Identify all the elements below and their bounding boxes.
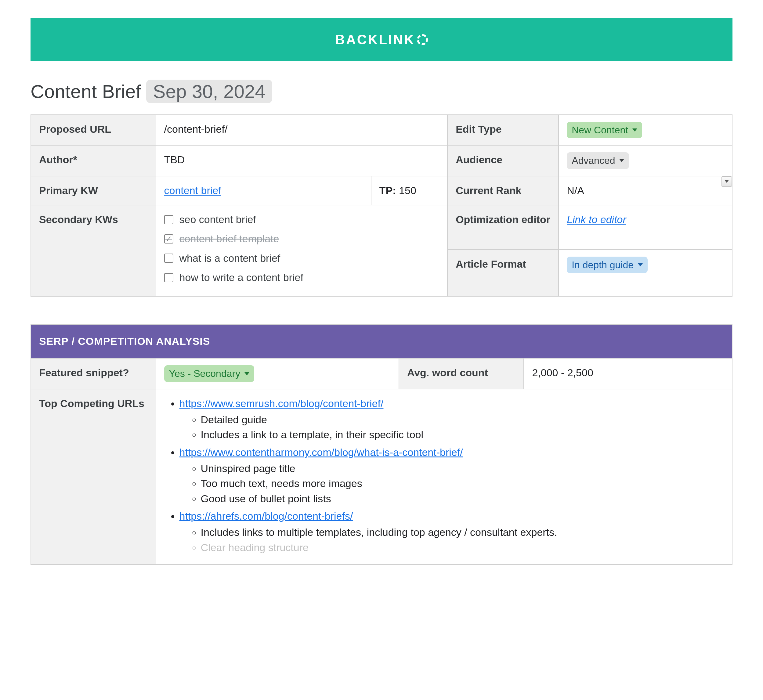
article-format-value: In depth guide bbox=[572, 258, 633, 272]
serp-table: Featured snippet? Yes - Secondary Avg. w… bbox=[31, 358, 732, 564]
edit-type-value: New Content bbox=[572, 123, 628, 137]
secondary-kw-item[interactable]: what is a content brief bbox=[164, 251, 439, 266]
value-avg-word-count: 2,000 - 2,500 bbox=[524, 358, 732, 389]
checkbox-icon[interactable] bbox=[164, 234, 174, 244]
label-audience: Audience bbox=[447, 145, 558, 176]
cell-audience: Advanced bbox=[558, 145, 732, 176]
audience-chip[interactable]: Advanced bbox=[567, 152, 629, 169]
competitor-notes: Uninspired page titleToo much text, need… bbox=[180, 461, 724, 506]
cell-article-format: In depth guide bbox=[558, 250, 732, 297]
secondary-kw-text: seo content brief bbox=[180, 212, 256, 227]
checkbox-icon[interactable] bbox=[164, 215, 174, 224]
competitor-item: https://www.contentharmony.com/blog/what… bbox=[180, 445, 724, 506]
competitor-list: https://www.semrush.com/blog/content-bri… bbox=[164, 396, 724, 555]
cell-featured-snippet: Yes - Secondary bbox=[156, 358, 399, 389]
chevron-down-icon bbox=[619, 159, 624, 162]
brand-logo: BACKLINK bbox=[335, 30, 428, 50]
competitor-notes: Includes links to multiple templates, in… bbox=[180, 525, 724, 555]
secondary-kw-item[interactable]: content brief template bbox=[164, 231, 439, 246]
label-author: Author* bbox=[31, 145, 156, 176]
checkbox-icon[interactable] bbox=[164, 273, 174, 282]
competitor-url-link[interactable]: https://ahrefs.com/blog/content-briefs/ bbox=[180, 510, 353, 522]
competitor-note: Includes links to multiple templates, in… bbox=[201, 525, 724, 540]
tp-label: TP: bbox=[379, 184, 396, 196]
secondary-kw-text: what is a content brief bbox=[180, 251, 280, 266]
label-primary-kw: Primary KW bbox=[31, 176, 156, 205]
edit-type-chip[interactable]: New Content bbox=[567, 122, 642, 138]
cell-top-competing-urls: https://www.semrush.com/blog/content-bri… bbox=[156, 389, 732, 564]
label-avg-word-count: Avg. word count bbox=[399, 358, 524, 389]
value-author: TBD bbox=[156, 145, 448, 176]
brand-banner: BACKLINK bbox=[31, 18, 732, 61]
chevron-down-icon bbox=[638, 263, 643, 266]
cell-primary-kw: content brief bbox=[156, 176, 371, 205]
brand-text: BACKLINK bbox=[335, 30, 415, 50]
cell-current-rank: N/A bbox=[558, 176, 732, 205]
featured-snippet-chip[interactable]: Yes - Secondary bbox=[164, 365, 255, 382]
current-rank-value: N/A bbox=[567, 184, 584, 196]
cell-optimization-editor: Link to editor bbox=[558, 205, 732, 250]
label-article-format: Article Format bbox=[447, 250, 558, 297]
primary-kw-link[interactable]: content brief bbox=[164, 184, 221, 196]
cell-secondary-kws: seo content briefcontent brief templatew… bbox=[156, 205, 448, 296]
brand-logo-o-icon bbox=[417, 34, 428, 45]
competitor-note: Includes a link to a template, in their … bbox=[201, 427, 724, 442]
label-featured-snippet: Featured snippet? bbox=[31, 358, 156, 389]
label-edit-type: Edit Type bbox=[447, 115, 558, 145]
competitor-note: Too much text, needs more images bbox=[201, 476, 724, 491]
competitor-note: Uninspired page title bbox=[201, 461, 724, 476]
secondary-kw-text: content brief template bbox=[180, 231, 279, 246]
cell-tp: TP: 150 bbox=[371, 176, 447, 205]
chevron-down-icon bbox=[632, 128, 637, 131]
optimization-editor-link[interactable]: Link to editor bbox=[567, 214, 626, 225]
cell-edit-type: New Content bbox=[558, 115, 732, 145]
secondary-kw-item[interactable]: how to write a content brief bbox=[164, 270, 439, 285]
label-current-rank: Current Rank bbox=[447, 176, 558, 205]
competitor-item: https://www.semrush.com/blog/content-bri… bbox=[180, 396, 724, 442]
content-brief-table: Proposed URL /content-brief/ Edit Type N… bbox=[31, 114, 732, 297]
secondary-kw-item[interactable]: seo content brief bbox=[164, 212, 439, 227]
label-secondary-kws: Secondary KWs bbox=[31, 205, 156, 296]
featured-snippet-value: Yes - Secondary bbox=[169, 367, 241, 381]
label-proposed-url: Proposed URL bbox=[31, 115, 156, 145]
secondary-kw-text: how to write a content brief bbox=[180, 270, 303, 285]
audience-value: Advanced bbox=[572, 153, 615, 167]
value-proposed-url: /content-brief/ bbox=[156, 115, 448, 145]
competitor-notes: Detailed guideIncludes a link to a templ… bbox=[180, 412, 724, 442]
page-title-text: Content Brief bbox=[31, 81, 141, 102]
date-chip: Sep 30, 2024 bbox=[146, 80, 272, 103]
chevron-down-icon bbox=[244, 372, 249, 375]
page-title: Content Brief Sep 30, 2024 bbox=[31, 78, 732, 105]
label-optimization-editor: Optimization editor bbox=[447, 205, 558, 250]
chevron-down-icon bbox=[724, 180, 729, 183]
competitor-note: Good use of bullet point lists bbox=[201, 491, 724, 506]
checkbox-icon[interactable] bbox=[164, 253, 174, 263]
label-top-competing-urls: Top Competing URLs bbox=[31, 389, 156, 564]
competitor-url-link[interactable]: https://www.semrush.com/blog/content-bri… bbox=[180, 398, 384, 409]
serp-section-header: SERP / COMPETITION ANALYSIS bbox=[31, 324, 732, 358]
competitor-note: Clear heading structure bbox=[201, 540, 724, 555]
cell-dropdown-button[interactable] bbox=[721, 177, 732, 187]
article-format-chip[interactable]: In depth guide bbox=[567, 256, 647, 273]
secondary-kw-list: seo content briefcontent brief templatew… bbox=[164, 212, 439, 285]
competitor-note: Detailed guide bbox=[201, 412, 724, 427]
competitor-item: https://ahrefs.com/blog/content-briefs/I… bbox=[180, 509, 724, 555]
competitor-url-link[interactable]: https://www.contentharmony.com/blog/what… bbox=[180, 447, 463, 458]
tp-value: 150 bbox=[399, 184, 416, 196]
